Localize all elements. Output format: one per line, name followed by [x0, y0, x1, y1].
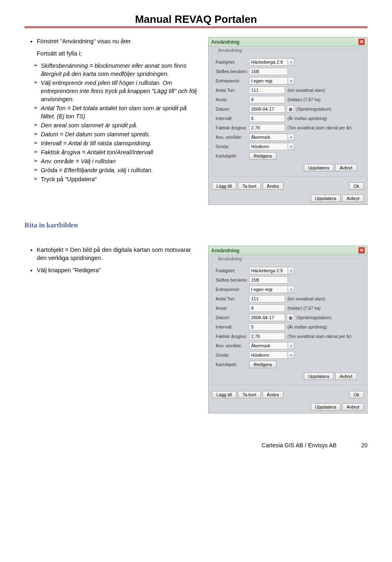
dialog-1-wrapper: Användning ✕ Användning Fastighet: ▾ Ski…	[208, 37, 368, 205]
label-entreprenor: Entreprenör:	[216, 287, 249, 292]
calendar-icon[interactable]: ▦	[287, 105, 294, 113]
dialog-title: Användning	[211, 39, 239, 45]
anv-field[interactable]	[249, 342, 288, 349]
uppdatera-button[interactable]: Uppdatera	[304, 373, 334, 380]
tabort-button[interactable]: Ta bort	[238, 182, 261, 190]
groda-field[interactable]	[249, 143, 288, 150]
suffix-faktisk: (Ton avvattnat slam räknat per år)	[287, 125, 352, 130]
label-groda: Gröda:	[216, 144, 249, 149]
label-fastighet: Fastighet:	[216, 268, 249, 273]
tabort-button[interactable]: Ta bort	[238, 391, 261, 398]
chevron-down-icon[interactable]: ▾	[288, 351, 294, 359]
chevron-down-icon[interactable]: ▾	[288, 267, 294, 274]
uppdatera-button-outer[interactable]: Uppdatera	[311, 403, 341, 411]
arrow-item-8: Gröda = Efterföljande gröda, välj i rull…	[33, 166, 201, 174]
suffix-areal: (hektar) (7.67 ha)	[287, 306, 321, 311]
label-kartobjekt: Kartobjekt:	[216, 153, 249, 158]
arrow-item-3: Den areal som slammet är spridit på.	[33, 121, 201, 129]
entreprenor-field[interactable]	[249, 77, 288, 84]
fieldset-legend: Användning	[216, 256, 243, 261]
page-footer: Cartesia GIS AB / Envisys AB 20	[24, 430, 368, 449]
antalton-field[interactable]	[249, 87, 285, 94]
label-intervall: Intervall:	[216, 116, 249, 121]
chevron-down-icon[interactable]: ▾	[288, 58, 294, 66]
label-antalton: Antal Ton:	[216, 296, 249, 301]
datum-field[interactable]	[249, 314, 285, 321]
faktisk-field[interactable]	[249, 333, 285, 340]
chevron-down-icon[interactable]: ▾	[288, 143, 294, 150]
label-faktisk: Faktisk årsgiva:	[216, 125, 249, 130]
areal-field[interactable]	[249, 96, 285, 103]
avbryt-button-outer[interactable]: Avbryt	[342, 195, 364, 202]
suffix-areal: (hektar) (7.67 ha)	[287, 97, 321, 102]
arrow-item-0: Skiftesbenämning = blocknummer eller ann…	[33, 62, 201, 78]
section-2: Kartobjekt = Den bild på den digitala ka…	[24, 246, 368, 413]
avbryt-button[interactable]: Avbryt	[335, 373, 357, 380]
laggtill-button[interactable]: Lägg till	[212, 182, 236, 190]
uppdatera-button[interactable]: Uppdatera	[304, 164, 334, 171]
entreprenor-field[interactable]	[249, 286, 288, 293]
label-areal: Areal:	[216, 97, 249, 102]
laggtill-button[interactable]: Lägg till	[212, 391, 236, 398]
andra-button[interactable]: Ändra	[263, 182, 283, 190]
arrow-item-6: Faktisk årsgiva = Antalet ton/Areal/Inte…	[33, 148, 201, 156]
label-kartobjekt: Kartobjekt:	[216, 362, 249, 367]
fastighet-field[interactable]	[249, 58, 288, 66]
label-datum: Datum:	[216, 315, 249, 320]
anvandning-dialog-2: Användning ✕ Användning Fastighet: ▾ Ski…	[208, 246, 368, 413]
section-2-text: Kartobjekt = Den bild på den digitala ka…	[24, 246, 201, 413]
label-faktisk: Faktisk årsgiva:	[216, 334, 249, 339]
areal-field[interactable]	[249, 304, 285, 312]
fieldset-legend: Användning	[216, 48, 243, 53]
suffix-antalton: (ton avvattnat slam)	[287, 296, 325, 301]
dialog-2-wrapper: Användning ✕ Användning Fastighet: ▾ Ski…	[208, 246, 368, 413]
page-title: Manual REVAQ Portalen	[24, 13, 368, 26]
label-entreprenor: Entreprenör:	[216, 78, 249, 83]
antalton-field[interactable]	[249, 295, 285, 302]
uppdatera-button-outer[interactable]: Uppdatera	[311, 195, 341, 202]
chevron-down-icon[interactable]: ▾	[288, 133, 294, 141]
label-anv: Anv. område:	[216, 135, 249, 140]
chevron-down-icon[interactable]: ▾	[288, 77, 294, 84]
anv-field[interactable]	[249, 133, 288, 141]
faktisk-field[interactable]	[249, 124, 285, 131]
close-icon[interactable]: ✕	[359, 247, 365, 253]
form-fieldset: Användning Fastighet: ▾ Skiftes benämn: …	[212, 50, 364, 177]
continue-text: Fortsätt att fylla i;	[37, 49, 201, 58]
label-fastighet: Fastighet:	[216, 60, 249, 64]
fastighet-field[interactable]	[249, 267, 288, 274]
ok-button[interactable]: Ok	[349, 182, 364, 190]
label-areal: Areal:	[216, 306, 249, 311]
skiftes-field[interactable]	[249, 276, 288, 284]
s2-bullet-2: Välj knappen "Redigera"	[37, 266, 201, 274]
groda-field[interactable]	[249, 351, 288, 359]
andra-button[interactable]: Ändra	[263, 391, 283, 398]
chevron-down-icon[interactable]: ▾	[288, 286, 294, 293]
footer-company: Cartesia GIS AB / Envisys AB	[262, 442, 337, 449]
avbryt-button-outer[interactable]: Avbryt	[342, 403, 364, 411]
intro-bullet: Fönstret "Användning" visas nu åter.	[37, 37, 201, 45]
dialog-titlebar: Användning ✕	[209, 246, 367, 255]
intervall-field[interactable]	[249, 115, 285, 122]
chevron-down-icon[interactable]: ▾	[288, 342, 294, 349]
avbryt-button[interactable]: Avbryt	[335, 164, 357, 171]
title-divider	[24, 27, 368, 28]
suffix-intervall: (År mellan spridning)	[287, 116, 327, 121]
label-antalton: Antal Ton:	[216, 88, 249, 93]
label-skiftes: Skiftes benämn:	[216, 278, 249, 282]
arrow-item-5: Intervall = Antal år till nästa slamspri…	[33, 139, 201, 147]
redigera-button[interactable]: Redigera	[249, 361, 276, 368]
skiftes-field[interactable]	[249, 68, 288, 75]
arrow-item-2: Antal Ton = Det totala antalet ton slam …	[33, 104, 201, 120]
label-intervall: Intervall:	[216, 324, 249, 329]
suffix-datum: (Spridningsdatum)	[296, 107, 332, 111]
section-1: Fönstret "Användning" visas nu åter. For…	[24, 37, 368, 205]
ok-button[interactable]: Ok	[349, 391, 364, 398]
arrow-item-1: Välj entreprenör med pilen till höger i …	[33, 79, 201, 103]
redigera-button[interactable]: Redigera	[249, 152, 276, 160]
intervall-field[interactable]	[249, 323, 285, 331]
datum-field[interactable]	[249, 105, 285, 113]
close-icon[interactable]: ✕	[359, 39, 365, 45]
suffix-intervall: (År mellan spridning)	[287, 324, 327, 329]
calendar-icon[interactable]: ▦	[287, 314, 294, 321]
